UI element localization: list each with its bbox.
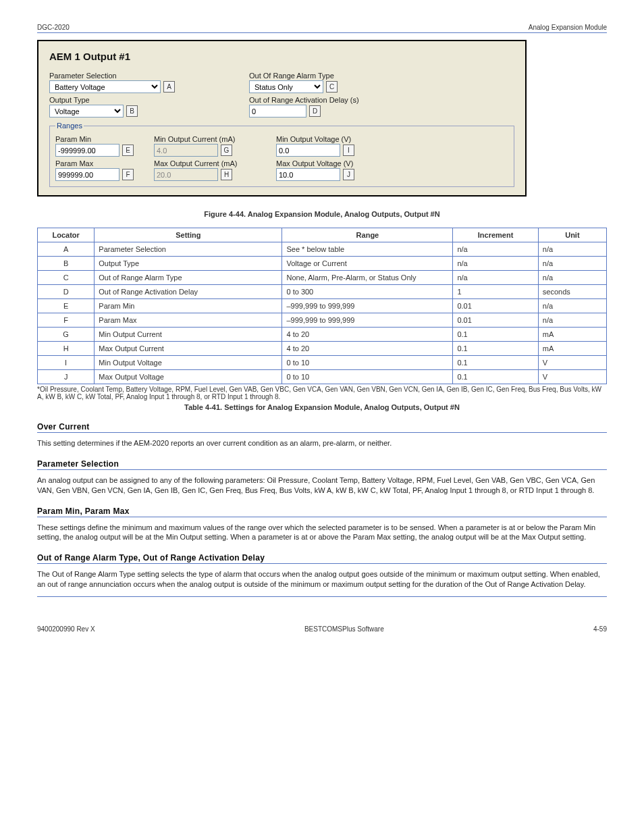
panel-col-left: Parameter Selection Battery Voltage A Ou… xyxy=(49,69,175,118)
settings-table: Locator Setting Range Increment Unit APa… xyxy=(37,228,607,384)
table-cell: 0.1 xyxy=(453,370,538,384)
section-over-current-body: This setting determines if the AEM-2020 … xyxy=(37,438,607,448)
table-cell: None, Alarm, Pre-Alarm, or Status Only xyxy=(282,271,453,285)
table-cell: 0.1 xyxy=(453,356,538,370)
table-row: FParam Max–999,999 to 999,9990.01n/a xyxy=(38,313,607,328)
table-row: DOut of Range Activation Delay0 to 3001s… xyxy=(38,285,607,299)
table-cell: n/a xyxy=(538,242,606,257)
table-row: IMin Output Voltage0 to 100.1V xyxy=(38,356,607,370)
label-param-max: Param Max xyxy=(55,159,150,167)
table-cell: J xyxy=(38,370,95,384)
table-cell: n/a xyxy=(453,271,538,285)
badge-a: A xyxy=(163,81,175,93)
table-cell: 0.01 xyxy=(453,299,538,313)
table-cell: mA xyxy=(538,328,606,342)
badge-f: F xyxy=(122,169,134,180)
label-min-out-voltage: Min Output Voltage (V) xyxy=(276,135,394,143)
table-cell: D xyxy=(38,285,95,299)
th-range: Range xyxy=(282,228,453,242)
table-cell: 0.1 xyxy=(453,342,538,356)
table-cell: n/a xyxy=(538,257,606,271)
table-cell: seconds xyxy=(538,285,606,299)
table-cell: Output Type xyxy=(95,257,282,271)
table-row: GMin Output Current4 to 200.1mA xyxy=(38,328,607,342)
table-cell: See * below table xyxy=(282,242,453,257)
table-cell: 0 to 10 xyxy=(282,370,453,384)
table-cell: A xyxy=(38,242,95,257)
table-cell: n/a xyxy=(538,271,606,285)
aem-output-panel: AEM 1 Output #1 Parameter Selection Batt… xyxy=(37,40,527,197)
table-cell: Parameter Selection xyxy=(95,242,282,257)
max-out-voltage-input[interactable] xyxy=(276,168,340,181)
table-cell: n/a xyxy=(453,242,538,257)
panel-title: AEM 1 Output #1 xyxy=(49,51,514,62)
footer-page: 4-59 xyxy=(593,625,607,633)
bottom-rule xyxy=(37,596,607,597)
param-max-input[interactable] xyxy=(55,168,119,181)
th-locator: Locator xyxy=(38,228,95,242)
table-cell: 4 to 20 xyxy=(282,328,453,342)
label-min-out-current: Min Output Current (mA) xyxy=(154,135,272,143)
alarm-type-select[interactable]: Status Only xyxy=(249,80,323,93)
table-cell: n/a xyxy=(453,257,538,271)
table-cell: C xyxy=(38,271,95,285)
label-activation-delay: Out of Range Activation Delay (s) xyxy=(249,96,359,104)
badge-b: B xyxy=(126,105,138,117)
table-cell: H xyxy=(38,342,95,356)
activation-delay-input[interactable] xyxy=(249,105,306,118)
param-min-input[interactable] xyxy=(55,144,119,157)
header-model: DGC-2020 xyxy=(37,24,70,31)
table-cell: mA xyxy=(538,342,606,356)
th-unit: Unit xyxy=(538,228,606,242)
table-cell: 0.01 xyxy=(453,313,538,328)
table-cell: G xyxy=(38,328,95,342)
label-max-out-current: Max Output Current (mA) xyxy=(154,159,272,167)
table-cell: V xyxy=(538,356,606,370)
badge-d: D xyxy=(309,105,321,117)
table-cell: Max Output Current xyxy=(95,342,282,356)
parameter-selection-select[interactable]: Battery Voltage xyxy=(49,80,161,93)
table-cell: n/a xyxy=(538,299,606,313)
section-param-minmax-body: These settings define the minimum and ma… xyxy=(37,523,607,543)
rule xyxy=(37,432,607,433)
section-param-selection-title: Parameter Selection xyxy=(37,459,607,469)
label-param-min: Param Min xyxy=(55,135,150,143)
table-cell: Voltage or Current xyxy=(282,257,453,271)
figure-caption: Figure 4-44. Analog Expansion Module, An… xyxy=(37,210,607,218)
table-row: JMax Output Voltage0 to 100.1V xyxy=(38,370,607,384)
table-cell: V xyxy=(538,370,606,384)
table-cell: F xyxy=(38,313,95,328)
table-cell: 1 xyxy=(453,285,538,299)
table-cell: n/a xyxy=(538,313,606,328)
table-cell: Param Max xyxy=(95,313,282,328)
top-rule xyxy=(37,32,607,33)
table-row: EParam Min–999,999 to 999,9990.01n/a xyxy=(38,299,607,313)
label-output-type: Output Type xyxy=(49,96,175,104)
min-out-voltage-input[interactable] xyxy=(276,144,340,157)
table-cell: E xyxy=(38,299,95,313)
th-increment: Increment xyxy=(453,228,538,242)
table-row: COut of Range Alarm TypeNone, Alarm, Pre… xyxy=(38,271,607,285)
table-cell: Out of Range Activation Delay xyxy=(95,285,282,299)
min-out-current-input[interactable] xyxy=(154,144,218,157)
table-cell: –999,999 to 999,999 xyxy=(282,313,453,328)
output-type-select[interactable]: Voltage xyxy=(49,105,124,118)
table-row: HMax Output Current4 to 200.1mA xyxy=(38,342,607,356)
table-cell: Min Output Current xyxy=(95,328,282,342)
table-cell: Min Output Voltage xyxy=(95,356,282,370)
table-cell: B xyxy=(38,257,95,271)
footer-title: BESTCOMSPlus Software xyxy=(304,625,384,633)
table-cell: 0.1 xyxy=(453,328,538,342)
ranges-legend: Ranges xyxy=(55,122,84,130)
table-caption: Table 4-41. Settings for Analog Expansio… xyxy=(37,403,607,411)
section-out-of-range-title: Out of Range Alarm Type, Out of Range Ac… xyxy=(37,553,607,563)
label-alarm-type: Out Of Range Alarm Type xyxy=(249,72,359,80)
table-cell: Out of Range Alarm Type xyxy=(95,271,282,285)
footer-rev: 9400200990 Rev X xyxy=(37,625,95,633)
rule xyxy=(37,517,607,517)
panel-col-right: Out Of Range Alarm Type Status Only C Ou… xyxy=(249,69,359,118)
max-out-current-input[interactable] xyxy=(154,168,218,181)
label-max-out-voltage: Max Output Voltage (V) xyxy=(276,159,394,167)
section-over-current-title: Over Current xyxy=(37,422,607,432)
table-footnote: *Oil Pressure, Coolant Temp, Battery Vol… xyxy=(37,386,607,400)
